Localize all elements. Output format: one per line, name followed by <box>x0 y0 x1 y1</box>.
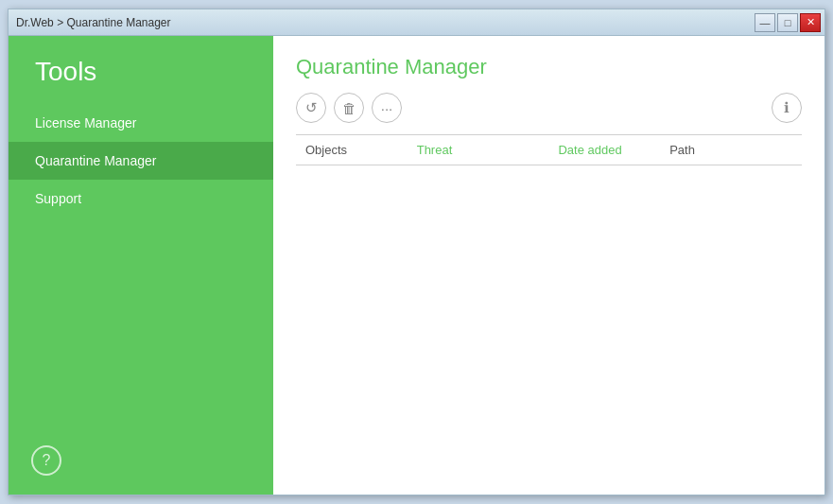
quarantine-table-container: Objects Threat Date added Path <box>296 134 802 476</box>
col-header-date-added: Date added <box>548 135 660 165</box>
sidebar-item-support[interactable]: Support <box>9 180 273 217</box>
sidebar-title: Tools <box>9 36 273 104</box>
minimize-button[interactable]: — <box>755 13 775 32</box>
info-icon: ℹ <box>784 99 790 116</box>
maximize-button[interactable]: □ <box>777 13 798 32</box>
sidebar: Tools License Manager Quarantine Manager… <box>9 36 273 495</box>
col-header-path: Path <box>660 135 802 165</box>
sidebar-item-label: Quarantine Manager <box>35 153 156 168</box>
quarantine-table: Objects Threat Date added Path <box>296 134 802 165</box>
sidebar-item-label: License Manager <box>35 115 136 130</box>
toolbar: ↺ 🗑 ··· ℹ <box>296 93 802 123</box>
more-button[interactable]: ··· <box>372 93 402 123</box>
col-header-threat: Threat <box>408 135 549 165</box>
restore-button[interactable]: ↺ <box>296 93 326 123</box>
main-content: Quarantine Manager ↺ 🗑 ··· <box>273 36 824 495</box>
close-button[interactable]: ✕ <box>800 13 821 32</box>
delete-button[interactable]: 🗑 <box>334 93 364 123</box>
title-bar-text: Dr.Web > Quarantine Manager <box>16 16 171 29</box>
page-title: Quarantine Manager <box>296 55 802 79</box>
app-window: Dr.Web > Quarantine Manager — □ ✕ Tools … <box>8 9 825 495</box>
toolbar-left: ↺ 🗑 ··· <box>296 93 402 123</box>
help-icon: ? <box>43 452 51 469</box>
table-header-row: Objects Threat Date added Path <box>296 135 802 165</box>
help-button[interactable]: ? <box>31 445 61 476</box>
title-bar-controls: — □ ✕ <box>755 13 821 32</box>
sidebar-nav: License Manager Quarantine Manager Suppo… <box>9 104 273 217</box>
window-body: Tools License Manager Quarantine Manager… <box>9 36 824 495</box>
sidebar-item-quarantine-manager[interactable]: Quarantine Manager <box>9 142 273 180</box>
ellipsis-icon: ··· <box>381 100 393 116</box>
sidebar-item-license-manager[interactable]: License Manager <box>9 104 273 142</box>
col-header-objects: Objects <box>296 135 408 165</box>
info-button[interactable]: ℹ <box>772 93 802 123</box>
title-bar: Dr.Web > Quarantine Manager — □ ✕ <box>9 9 824 36</box>
sidebar-item-label: Support <box>35 191 81 206</box>
trash-icon: 🗑 <box>342 100 356 116</box>
restore-icon: ↺ <box>305 99 318 116</box>
